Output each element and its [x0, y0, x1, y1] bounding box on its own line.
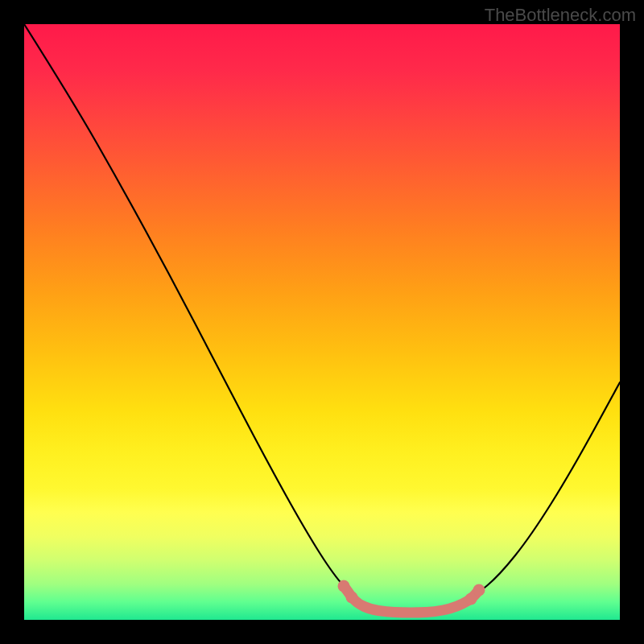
highlight-dot: [346, 592, 358, 604]
watermark-text: TheBottleneck.com: [485, 5, 636, 26]
bottleneck-curve: [24, 24, 620, 612]
highlight-segment: [344, 586, 479, 613]
curve-svg: [24, 24, 620, 620]
highlight-dot: [473, 584, 485, 597]
highlight-dot: [338, 580, 350, 592]
plot-area: [24, 24, 620, 620]
